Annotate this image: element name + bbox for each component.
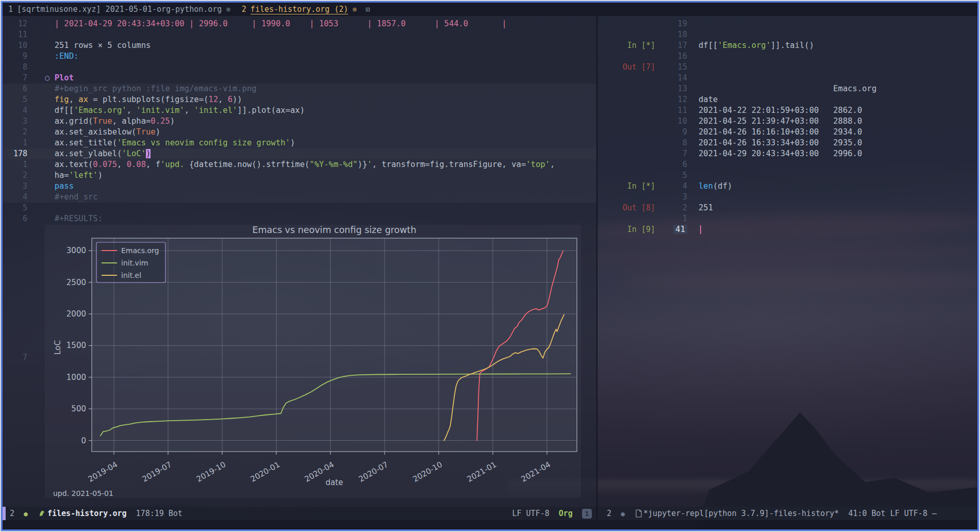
line-number: 41 bbox=[658, 224, 687, 235]
echo-area[interactable] bbox=[3, 520, 977, 529]
line-content: 2021-04-22 22:01:59+03:00 2862.0 bbox=[699, 105, 862, 116]
y-tick-label: 1000 bbox=[67, 373, 86, 382]
encoding-indicator: UTF-8 bbox=[526, 509, 550, 518]
line-content: 2021-04-26 16:33:34+03:00 2935.0 bbox=[699, 138, 862, 148]
line-number: 10 bbox=[3, 40, 27, 51]
modeline-trail: — bbox=[932, 509, 937, 518]
line-number: 3 bbox=[658, 192, 687, 203]
repl-line: 5 bbox=[597, 170, 977, 181]
repl-in-prompt: In [9] bbox=[597, 224, 655, 235]
line-number: 2 bbox=[3, 170, 27, 181]
buffer-line: 178 ax.set_ylabel('LoC') bbox=[3, 148, 596, 159]
line-number: 13 bbox=[658, 84, 687, 94]
line-content: df[['Emacs.org', 'init.vim', 'init.el']]… bbox=[45, 105, 305, 116]
legend-entry: init.vim bbox=[121, 259, 148, 267]
tab-org-python[interactable]: 1[sqrtminusone.xyz] 2021-05-01-org-pytho… bbox=[3, 3, 236, 16]
line-number: 18 bbox=[658, 29, 687, 40]
repl-line: 3 bbox=[597, 192, 977, 203]
line-number: 5 bbox=[3, 94, 27, 105]
line-number: 4 bbox=[658, 181, 687, 192]
buffer-line: 4 df[['Emacs.org', 'init.vim', 'init.el'… bbox=[3, 105, 596, 116]
line-content: date bbox=[699, 94, 718, 105]
line-number: 1 bbox=[658, 213, 687, 224]
line-number: 3 bbox=[3, 181, 27, 192]
repl-cursor bbox=[700, 225, 701, 234]
chart-legend: Emacs.orginit.viminit.el bbox=[96, 242, 165, 282]
line-content: ax.set_title('Emacs vs neovim config siz… bbox=[45, 138, 295, 148]
tab-index: 2 bbox=[242, 5, 246, 14]
cursor-position: 41:0 bbox=[848, 509, 867, 518]
repl-line: 1 bbox=[597, 213, 977, 224]
tab-index: 1 bbox=[8, 5, 13, 14]
line-content: len(df) bbox=[699, 181, 732, 192]
line-number: 2 bbox=[3, 127, 27, 138]
major-mode: Org bbox=[559, 509, 573, 518]
line-number: 6 bbox=[3, 84, 27, 94]
line-number: 11 bbox=[3, 29, 27, 40]
line-number: 8 bbox=[658, 138, 687, 148]
line-number: 9 bbox=[3, 51, 27, 62]
buffer-line: 3 ax.grid(True, alpha=0.25) bbox=[3, 116, 596, 127]
org-mode-icon bbox=[38, 509, 46, 518]
line-number: 16 bbox=[658, 51, 687, 62]
buffer-line: 3 pass bbox=[3, 181, 596, 192]
line-number: 4 bbox=[3, 105, 27, 116]
tab-files-history[interactable]: 2files-history.org (2)⊗ bbox=[236, 3, 362, 16]
repl-line: Out [8]2251 bbox=[597, 203, 977, 213]
line-content: ax.grid(True, alpha=0.25) bbox=[45, 116, 175, 127]
line-content: Emacs.org bbox=[699, 84, 876, 94]
x-axis-label: date bbox=[326, 478, 343, 487]
y-tick-label: 0 bbox=[81, 436, 86, 445]
modeline-org: 2 ● files-history.org 178:19 Bot LF UTF-… bbox=[3, 507, 596, 520]
buffer-line: 6 #+begin_src python :file img/emacs-vim… bbox=[3, 84, 596, 94]
plot-line-number: 7 bbox=[3, 352, 27, 363]
line-content: pass bbox=[45, 181, 74, 192]
repl-in-prompt: In [*] bbox=[597, 181, 655, 192]
active-window-accent bbox=[3, 507, 6, 520]
repl-line: 112021-04-22 22:01:59+03:00 2862.0 bbox=[597, 105, 977, 116]
line-number: 7 bbox=[3, 73, 27, 84]
y-tick-label: 3000 bbox=[67, 246, 86, 255]
repl-line: In [*]17df[['Emacs.org']].tail() bbox=[597, 40, 977, 51]
repl-line: 12date bbox=[597, 94, 977, 105]
line-content: #+RESULTS: bbox=[45, 213, 103, 224]
line-content: :END: bbox=[45, 51, 78, 62]
chart-title: Emacs vs neovim config size growth bbox=[252, 225, 416, 235]
buffer-name: *jupyter-repl[python 3.7.9]-files-histor… bbox=[643, 509, 839, 518]
cursor-position: 178:19 bbox=[136, 509, 164, 518]
line-content: ax.set_ylabel('LoC') bbox=[45, 148, 151, 159]
modeline-repl: 2 ● *jupyter-repl[python 3.7.9]-files-hi… bbox=[597, 507, 977, 520]
line-number: 3 bbox=[3, 116, 27, 127]
y-tick-label: 1500 bbox=[67, 341, 86, 350]
tab-close-icon[interactable]: ⊗ bbox=[353, 5, 357, 13]
line-number: 19 bbox=[658, 19, 687, 29]
tab-close-icon[interactable]: ⊗ bbox=[226, 5, 230, 13]
repl-line: 72021-04-29 20:43:34+03:00 2996.0 bbox=[597, 148, 977, 159]
buffer-line: 6 #+RESULTS: bbox=[3, 213, 596, 224]
new-tab-icon[interactable]: ⊡ bbox=[362, 3, 373, 16]
y-tick-label: 2000 bbox=[67, 309, 86, 319]
window-number: 2 bbox=[10, 509, 14, 518]
org-buffer-pane[interactable]: 12 | 2021-04-29 20:43:34+03:00 | 2996.0 … bbox=[3, 16, 596, 507]
y-tick-label: 2500 bbox=[67, 278, 86, 287]
repl-line: 16 bbox=[597, 51, 977, 62]
repl-line: 6 bbox=[597, 159, 977, 170]
modified-indicator: ● bbox=[621, 510, 625, 518]
line-content: | 2021-04-29 20:43:34+03:00 | 2996.0 | 1… bbox=[45, 19, 507, 29]
line-number: 6 bbox=[3, 213, 27, 224]
jupyter-repl-pane[interactable]: 1918In [*]17df[['Emacs.org']].tail()16Ou… bbox=[597, 16, 977, 507]
tab-label: files-history.org (2) bbox=[251, 5, 348, 14]
repl-line: 13 Emacs.org bbox=[597, 84, 977, 94]
eol-indicator: LF bbox=[890, 509, 900, 518]
emacs-frame: 1[sqrtminusone.xyz] 2021-05-01-org-pytho… bbox=[0, 0, 980, 532]
window-number: 2 bbox=[607, 509, 611, 518]
buffer-line: 8 bbox=[3, 62, 596, 73]
line-number: 4 bbox=[3, 192, 27, 203]
line-number: 5 bbox=[3, 203, 27, 213]
line-number: 11 bbox=[658, 105, 687, 116]
buffer-line: 1 ax.set_title('Emacs vs neovim config s… bbox=[3, 138, 596, 148]
line-content: df[['Emacs.org']].tail() bbox=[699, 40, 814, 51]
buffer-line: 4 #+end_src bbox=[3, 192, 596, 203]
eol-indicator: LF bbox=[512, 509, 522, 518]
repl-line: 82021-04-26 16:33:34+03:00 2935.0 bbox=[597, 138, 977, 148]
